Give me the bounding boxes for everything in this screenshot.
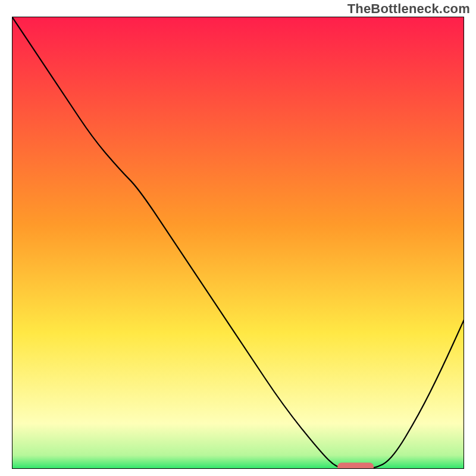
watermark-label: TheBottleneck.com (347, 1, 470, 17)
chart-canvas (12, 17, 464, 469)
bottleneck-chart: TheBottleneck.com (0, 0, 476, 476)
chart-background (12, 17, 464, 469)
optimal-marker (337, 462, 374, 469)
